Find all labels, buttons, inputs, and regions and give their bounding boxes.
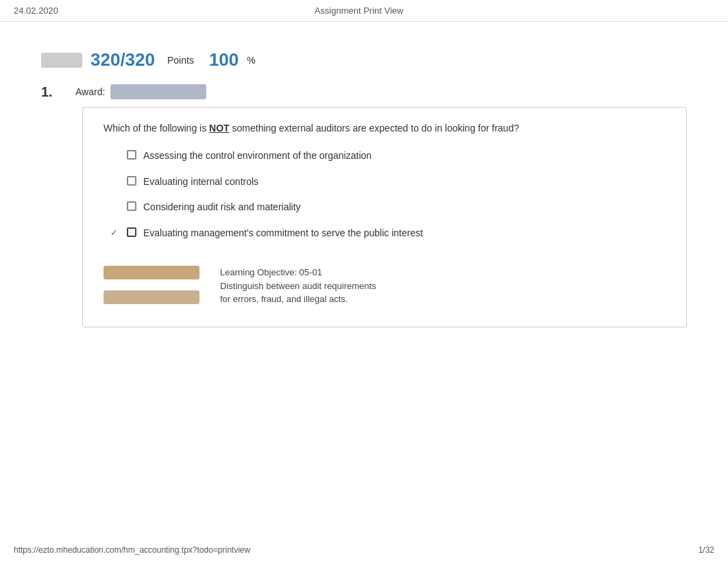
footer-url: https://ezto.mheducation.com/hm_accounti… [14, 545, 250, 555]
question-box: Which of the following is NOT something … [82, 107, 687, 327]
option-c-text: Considering audit risk and materiality [143, 201, 301, 214]
header-title: Assignment Print View [58, 5, 659, 16]
question-number: 1. [41, 84, 62, 100]
answer-option-a: Assessing the control environment of the… [110, 149, 666, 163]
award-row: Award: [75, 84, 206, 99]
question-text-before-not: Which of the following is [104, 123, 209, 134]
radio-icon-c[interactable] [127, 201, 136, 211]
feedback-row: Learning Objective: 05-01 Distinguish be… [104, 266, 666, 306]
feedback-blurred-1 [104, 266, 199, 279]
award-label: Award: [75, 86, 105, 97]
score-row: 320/320 Points 100 % [41, 49, 687, 71]
answer-options-list: Assessing the control environment of the… [110, 149, 666, 240]
score-percent: 100 [209, 49, 239, 71]
footer-page: 1/32 [699, 545, 714, 555]
feedback-section: Learning Objective: 05-01 Distinguish be… [104, 253, 666, 313]
percent-sign: % [247, 55, 255, 66]
feedback-blurred-2 [104, 290, 199, 304]
score-fraction: 320/320 [90, 49, 155, 71]
page-header: 24.02.2020 Assignment Print View [0, 0, 728, 22]
answer-option-b: Evaluating internal controls [110, 175, 666, 189]
question-text: Which of the following is NOT something … [104, 121, 666, 136]
check-mark-b [110, 175, 120, 188]
option-d-text: Evaluating management's commitment to se… [143, 227, 423, 240]
check-mark-d: ✓ [110, 227, 120, 239]
option-b-text: Evaluating internal controls [143, 175, 258, 189]
check-mark-a [110, 149, 120, 162]
check-mark-c [110, 201, 120, 213]
points-label: Points [167, 55, 194, 66]
radio-icon-d[interactable] [127, 227, 136, 237]
header-date: 24.02.2020 [14, 5, 58, 16]
radio-icon-b[interactable] [127, 176, 136, 186]
question-section: 1. Award: Which of the following is NOT … [41, 84, 687, 327]
learning-objective-label: Learning Objective: 05-01 [220, 266, 385, 279]
learning-objective: Learning Objective: 05-01 Distinguish be… [220, 266, 385, 306]
award-value-blurred [110, 84, 206, 99]
page-footer: https://ezto.mheducation.com/hm_accounti… [0, 545, 728, 555]
radio-icon-a[interactable] [127, 150, 136, 160]
question-header-row: 1. Award: [41, 84, 687, 100]
answer-option-c: Considering audit risk and materiality [110, 201, 666, 214]
question-not-word: NOT [209, 123, 230, 134]
answer-option-d: ✓ Evaluating management's commitment to … [110, 227, 666, 240]
option-a-text: Assessing the control environment of the… [143, 149, 372, 163]
question-text-after-not: something external auditors are expected… [230, 123, 520, 134]
main-content: 320/320 Points 100 % 1. Award: Which of … [0, 22, 728, 355]
score-label-blurred [41, 53, 82, 68]
learning-objective-text: Distinguish between audit requirements f… [220, 279, 385, 306]
feedback-blurred-col [104, 266, 199, 304]
